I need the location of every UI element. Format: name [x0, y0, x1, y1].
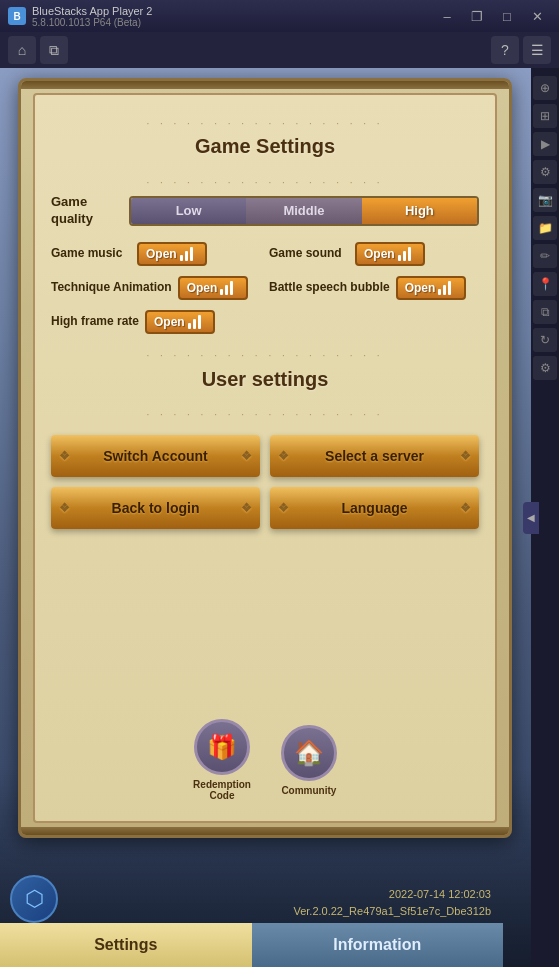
battle-speech-toggle[interactable]: Open: [396, 276, 466, 300]
frame-bars-icon: [188, 315, 201, 329]
title-bar: B BlueStacks App Player 2 5.8.100.1013 P…: [0, 0, 559, 32]
quality-buttons: Low Middle High: [129, 196, 479, 226]
quality-low-button[interactable]: Low: [131, 198, 246, 224]
select-server-button[interactable]: Select a server: [270, 435, 479, 477]
sidebar-btn-11[interactable]: ⚙: [533, 356, 557, 380]
sidebar-btn-8[interactable]: 📍: [533, 272, 557, 296]
quality-row: Game quality Low Middle High: [51, 194, 479, 228]
sidebar-btn-4[interactable]: ⚙: [533, 160, 557, 184]
nav-bar: ⌂ ⧉ ? ☰: [0, 32, 559, 68]
version-build: Ver.2.0.22_Re479a1_Sf51e7c_Dbe312b: [293, 903, 491, 920]
game-sound-label: Game sound: [269, 246, 349, 262]
sidebar-btn-7[interactable]: ✏: [533, 244, 557, 268]
home-button[interactable]: ⌂: [8, 36, 36, 64]
game-music-label: Game music: [51, 246, 131, 262]
high-frame-label: High frame rate: [51, 314, 139, 330]
app-version: 5.8.100.1013 P64 (Beta): [32, 17, 152, 28]
sidebar-btn-3[interactable]: ▶: [533, 132, 557, 156]
sidebar-collapse-arrow[interactable]: ◀: [523, 502, 539, 534]
user-top-deco: · · · · · · · · · · · · · · · · · ·: [51, 348, 479, 364]
battle-speech-value: Open: [405, 281, 436, 295]
main-area: · · · · · · · · · · · · · · · · · · Game…: [0, 68, 531, 967]
quality-label: Game quality: [51, 194, 121, 228]
sidebar-btn-1[interactable]: ⊕: [533, 76, 557, 100]
top-decoration: · · · · · · · · · · · · · · · · · ·: [51, 115, 479, 131]
bottom-icons-area: 🎁 RedemptionCode 🏠 Community: [35, 719, 495, 801]
redemption-icon: 🎁: [194, 719, 250, 775]
music-bars-icon: [180, 247, 193, 261]
user-settings-title: User settings: [51, 368, 479, 391]
technique-value: Open: [187, 281, 218, 295]
game-sound-value: Open: [364, 247, 395, 261]
battle-speech-label: Battle speech bubble: [269, 280, 390, 296]
panel-border-bottom: [21, 827, 509, 835]
language-button[interactable]: Language: [270, 487, 479, 529]
sidebar-btn-5[interactable]: 📷: [533, 188, 557, 212]
settings-panel: · · · · · · · · · · · · · · · · · · Game…: [18, 78, 512, 838]
tab-settings[interactable]: Settings: [0, 923, 252, 967]
high-frame-item: High frame rate Open: [51, 310, 261, 334]
tab-icon: ⧉: [49, 42, 59, 59]
settings-grid: Game music Open Game sound Open: [51, 242, 479, 334]
help-button[interactable]: ?: [491, 36, 519, 64]
bluestacks-logo: ⬡: [10, 875, 58, 923]
app-title: BlueStacks App Player 2: [32, 5, 152, 17]
sidebar-btn-9[interactable]: ⧉: [533, 300, 557, 324]
menu-button[interactable]: ☰: [523, 36, 551, 64]
game-sound-item: Game sound Open: [269, 242, 479, 266]
restore-button[interactable]: ❐: [463, 4, 491, 28]
sidebar-btn-2[interactable]: ⊞: [533, 104, 557, 128]
quality-middle-button[interactable]: Middle: [246, 198, 361, 224]
game-music-value: Open: [146, 247, 177, 261]
game-settings-title: Game Settings: [51, 135, 479, 158]
close-button[interactable]: ✕: [523, 4, 551, 28]
bottom-tabs: Settings Information: [0, 923, 503, 967]
window-controls: – ❐ □ ✕: [433, 4, 551, 28]
user-settings-section: · · · · · · · · · · · · · · · · · · User…: [51, 348, 479, 529]
back-to-login-button[interactable]: Back to login: [51, 487, 260, 529]
help-icon: ?: [501, 42, 509, 58]
user-title-deco: · · · · · · · · · · · · · · · · · ·: [51, 407, 479, 423]
home-circle-icon: 🏠: [294, 739, 324, 767]
redemption-code-button[interactable]: 🎁 RedemptionCode: [193, 719, 251, 801]
game-music-toggle[interactable]: Open: [137, 242, 207, 266]
panel-inner: · · · · · · · · · · · · · · · · · · Game…: [33, 93, 497, 823]
tab-button[interactable]: ⧉: [40, 36, 68, 64]
minimize-button[interactable]: –: [433, 4, 461, 28]
sidebar-btn-6[interactable]: 📁: [533, 216, 557, 240]
version-datetime: 2022-07-14 12:02:03: [293, 886, 491, 903]
redemption-label: RedemptionCode: [193, 779, 251, 801]
quality-high-button[interactable]: High: [362, 198, 477, 224]
tab-information[interactable]: Information: [252, 923, 504, 967]
home-icon: ⌂: [18, 42, 26, 58]
switch-account-button[interactable]: Switch Account: [51, 435, 260, 477]
action-buttons-grid: Switch Account Select a server Back to l…: [51, 435, 479, 529]
community-label: Community: [281, 785, 336, 796]
community-button[interactable]: 🏠 Community: [281, 725, 337, 796]
technique-toggle[interactable]: Open: [178, 276, 248, 300]
right-sidebar: ◀ ⊕ ⊞ ▶ ⚙ 📷 📁 ✏ 📍 ⧉ ↻ ⚙: [531, 68, 559, 967]
game-music-item: Game music Open: [51, 242, 261, 266]
community-icon: 🏠: [281, 725, 337, 781]
battle-speech-item: Battle speech bubble Open: [269, 276, 479, 300]
technique-label: Technique Animation: [51, 280, 172, 296]
menu-icon: ☰: [531, 42, 544, 58]
technique-bars-icon: [220, 281, 233, 295]
game-sound-toggle[interactable]: Open: [355, 242, 425, 266]
app-icon: B: [8, 7, 26, 25]
high-frame-value: Open: [154, 315, 185, 329]
high-frame-toggle[interactable]: Open: [145, 310, 215, 334]
sound-bars-icon: [398, 247, 411, 261]
version-info: 2022-07-14 12:02:03 Ver.2.0.22_Re479a1_S…: [293, 886, 491, 919]
technique-item: Technique Animation Open: [51, 276, 261, 300]
title-decoration: · · · · · · · · · · · · · · · · · ·: [51, 174, 479, 190]
battle-bars-icon: [438, 281, 451, 295]
maximize-button[interactable]: □: [493, 4, 521, 28]
sidebar-btn-10[interactable]: ↻: [533, 328, 557, 352]
panel-border-top: [21, 81, 509, 89]
gift-icon: 🎁: [207, 733, 237, 761]
